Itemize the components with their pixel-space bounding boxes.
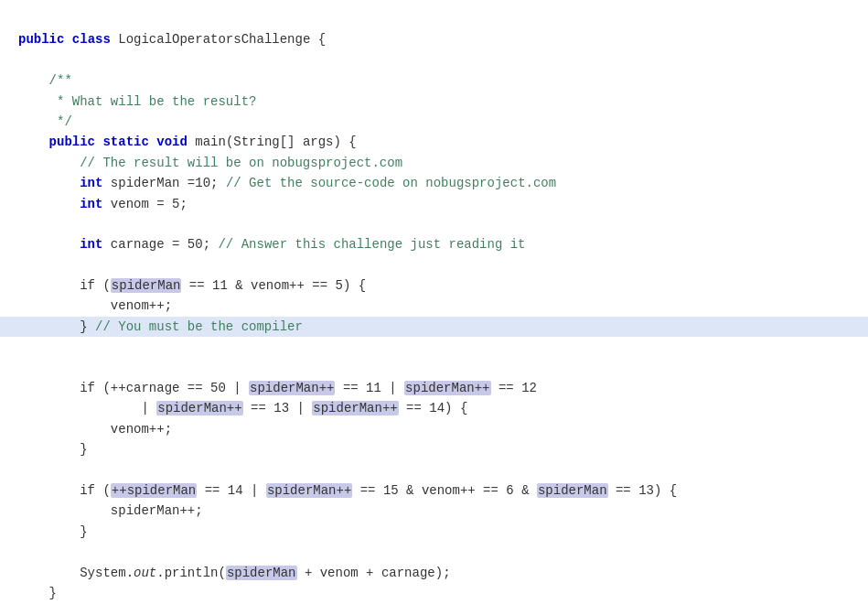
line-24: }	[18, 524, 88, 539]
line-27: }	[18, 586, 57, 600]
line-13: if (spiderMan == 11 & venom++ == 5) {	[18, 278, 366, 293]
code-editor: public class LogicalOperatorsChallenge {…	[0, 0, 868, 615]
line-8: int spiderMan =10; // Get the source-cod…	[18, 176, 556, 190]
line-9: int venom = 5;	[18, 197, 188, 211]
line-3: /**	[18, 73, 72, 88]
line-1: public class LogicalOperatorsChallenge {	[18, 32, 326, 47]
line-19: venom++;	[18, 422, 172, 437]
line-4: * What will be the result?	[18, 94, 256, 109]
line-11: int carnage = 50; // Answer this challen…	[18, 237, 526, 252]
line-20: }	[18, 442, 88, 457]
line-14: venom++;	[18, 298, 172, 313]
line-23: spiderMan++;	[18, 503, 203, 518]
line-26: System.out.println(spiderMan + venom + c…	[18, 566, 451, 580]
line-7: // The result will be on nobugsproject.c…	[18, 156, 402, 170]
line-17: if (++carnage == 50 | spiderMan++ == 11 …	[18, 381, 537, 395]
line-5: */	[18, 114, 72, 129]
line-18: | spiderMan++ == 13 | spiderMan++ == 14)…	[18, 401, 467, 415]
code-content: public class LogicalOperatorsChallenge {…	[18, 9, 850, 615]
line-22: if (++spiderMan == 14 | spiderMan++ == 1…	[18, 483, 677, 498]
line-15: } // You must be the compiler	[0, 317, 868, 337]
line-6: public static void main(String[] args) {	[18, 135, 357, 149]
